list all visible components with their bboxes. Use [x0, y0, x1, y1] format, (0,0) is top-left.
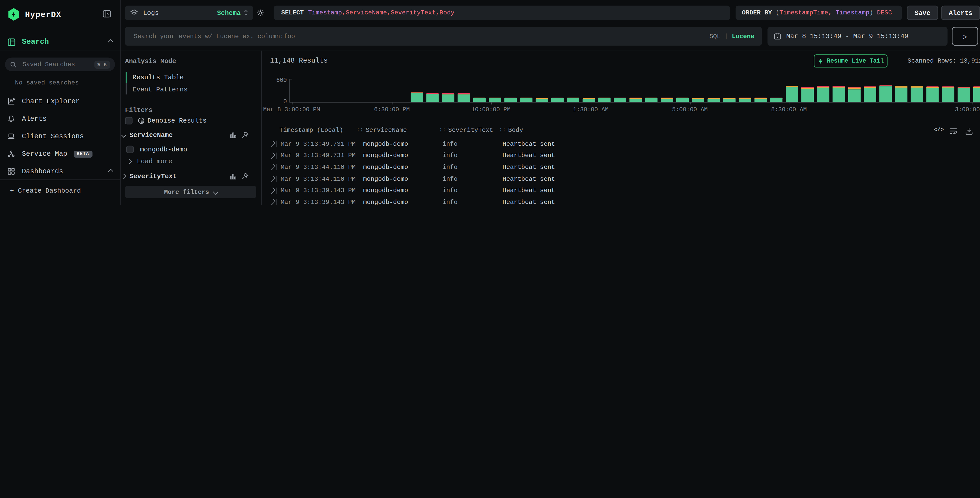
chart-bar[interactable] — [614, 98, 626, 102]
chart-bar[interactable] — [567, 97, 579, 102]
query-settings-gear-icon[interactable] — [256, 9, 264, 17]
code-view-icon[interactable]: </> — [934, 127, 944, 133]
chart-bar[interactable] — [645, 97, 657, 102]
mode-event-patterns[interactable]: Event Patterns — [132, 86, 188, 93]
sql-select-editor[interactable]: SELECT Timestamp,ServiceName,SeverityTex… — [274, 6, 730, 20]
event-search-bar[interactable]: SQL | Lucene — [125, 27, 762, 46]
drag-handle-icon[interactable]: ⋮⋮ — [498, 128, 505, 133]
denoise-checkbox[interactable] — [125, 117, 132, 124]
chart-bar[interactable] — [942, 86, 954, 102]
chart-bar[interactable] — [786, 86, 798, 102]
pin-icon[interactable] — [241, 131, 248, 139]
order-by-editor[interactable]: ORDER BY ( TimestampTime, Timestamp ) DE… — [735, 6, 902, 20]
chart-bar[interactable] — [520, 97, 532, 102]
chart-bar[interactable] — [832, 86, 845, 102]
chart-bar[interactable] — [973, 86, 980, 102]
chart-bar[interactable] — [442, 93, 454, 102]
filter-group-severitytext[interactable]: SeverityText — [122, 172, 249, 180]
expand-row-icon[interactable] — [269, 199, 275, 205]
saved-searches-input[interactable]: ⌘ K — [5, 57, 115, 71]
chart-bar[interactable] — [582, 98, 595, 102]
chart-bar[interactable] — [723, 98, 735, 102]
filter-value-mongodb-demo[interactable]: mongodb-demo — [126, 146, 187, 153]
resume-live-tail-button[interactable]: Resume Live Tail — [814, 54, 888, 67]
create-dashboard-button[interactable]: + Create Dashboard — [10, 187, 81, 195]
chart-bar[interactable] — [817, 86, 829, 102]
column-header-timestamp[interactable]: Timestamp (Local) — [280, 127, 343, 134]
chart-bar[interactable] — [708, 98, 719, 102]
denoise-results-row[interactable]: Denoise Results — [125, 117, 207, 124]
chart-bar[interactable] — [426, 93, 438, 102]
chart-bar[interactable] — [630, 98, 641, 102]
chart-bar[interactable] — [598, 97, 610, 102]
table-row[interactable]: Mar 9 3:13:49.731 PMmongodb-demoinfoHear… — [261, 150, 980, 161]
filters-label: Filters — [125, 106, 153, 114]
more-filters-button[interactable]: More filters — [125, 186, 256, 198]
sidebar-item-client-sessions[interactable]: Client Sessions — [0, 128, 120, 145]
column-header-body[interactable]: ⋮⋮ Body — [498, 127, 523, 134]
wrap-lines-icon[interactable] — [950, 127, 958, 135]
chart-bar[interactable] — [880, 85, 891, 102]
chart-bar[interactable] — [536, 98, 548, 102]
chart-bar[interactable] — [489, 97, 501, 102]
drag-handle-icon[interactable]: ⋮⋮ — [356, 128, 363, 133]
chart-bar[interactable] — [411, 92, 423, 102]
sidebar-item-search[interactable]: Search — [8, 38, 113, 46]
column-header-severitytext[interactable]: ⋮⋮ SeverityText — [438, 127, 493, 134]
lang-lucene-option[interactable]: Lucene — [732, 33, 754, 40]
chart-bar[interactable] — [848, 87, 860, 102]
chart-bar[interactable] — [958, 87, 970, 102]
expand-row-icon[interactable] — [269, 187, 275, 194]
chart-bar[interactable] — [754, 98, 767, 102]
chart-filter-icon[interactable] — [229, 131, 237, 139]
expand-row-icon[interactable] — [269, 152, 275, 159]
expand-row-icon[interactable] — [269, 164, 275, 171]
table-row[interactable]: Mar 9 3:13:39.143 PMmongodb-demoinfoHear… — [261, 185, 980, 196]
chart-bar[interactable] — [504, 98, 517, 102]
filter-group-servicename[interactable]: ServiceName — [122, 131, 249, 139]
run-query-button[interactable]: ▷ — [952, 27, 978, 46]
chart-bar[interactable] — [739, 97, 751, 102]
download-icon[interactable] — [965, 127, 973, 135]
expand-row-icon[interactable] — [269, 176, 275, 182]
chart-bar[interactable] — [801, 87, 813, 102]
schema-link[interactable]: Schema — [217, 9, 240, 16]
event-search-input[interactable] — [132, 32, 709, 40]
sidebar-item-service-map[interactable]: Service MapBETA — [0, 145, 120, 163]
chart-bar[interactable] — [895, 86, 907, 102]
table-row[interactable]: Mar 9 3:13:49.731 PMmongodb-demoinfoHear… — [261, 138, 980, 150]
chart-bar[interactable] — [676, 97, 689, 102]
mode-results-table[interactable]: Results Table — [132, 74, 184, 81]
chart-bar[interactable] — [910, 86, 923, 102]
collapse-sidebar-icon[interactable] — [102, 9, 111, 18]
expand-row-icon[interactable] — [269, 140, 275, 147]
sidebar-item-label: Alerts — [22, 115, 46, 123]
chart-filter-icon[interactable] — [229, 172, 237, 180]
column-header-servicename[interactable]: ⋮⋮ ServiceName — [356, 127, 407, 134]
chart-bar[interactable] — [770, 98, 782, 102]
chart-bar[interactable] — [551, 97, 563, 102]
chart-bar[interactable] — [864, 86, 876, 102]
chart-bar[interactable] — [692, 98, 704, 102]
date-range-picker[interactable]: Mar 8 15:13:49 - Mar 9 15:13:49 — [767, 27, 947, 46]
sidebar-item-chart-explorer[interactable]: Chart Explorer — [0, 93, 120, 110]
sidebar-item-alerts[interactable]: Alerts — [0, 110, 120, 128]
source-select[interactable]: Logs Schema — [125, 6, 253, 20]
load-more-button[interactable]: Load more — [127, 158, 172, 165]
drag-handle-icon[interactable]: ⋮⋮ — [438, 128, 445, 133]
pin-icon[interactable] — [241, 172, 248, 180]
chart-bar[interactable] — [926, 86, 938, 102]
saved-searches-field[interactable] — [21, 60, 81, 69]
lang-sql-option[interactable]: SQL — [709, 33, 721, 40]
alerts-button[interactable]: Alerts — [941, 6, 980, 20]
mongodb-demo-checkbox[interactable] — [126, 146, 134, 153]
chart-bar[interactable] — [473, 97, 485, 102]
sidebar-item-dashboards[interactable]: Dashboards — [0, 163, 120, 180]
chart-bar[interactable] — [458, 93, 470, 102]
chart-bar[interactable] — [660, 98, 673, 102]
orderby-direction: DESC — [877, 9, 892, 16]
table-row[interactable]: Mar 9 3:13:44.110 PMmongodb-demoinfoHear… — [261, 161, 980, 173]
save-button[interactable]: Save — [907, 6, 938, 20]
table-row[interactable]: Mar 9 3:13:44.110 PMmongodb-demoinfoHear… — [261, 173, 980, 185]
table-row[interactable]: Mar 9 3:13:39.143 PMmongodb-demoinfoHear… — [261, 196, 980, 205]
